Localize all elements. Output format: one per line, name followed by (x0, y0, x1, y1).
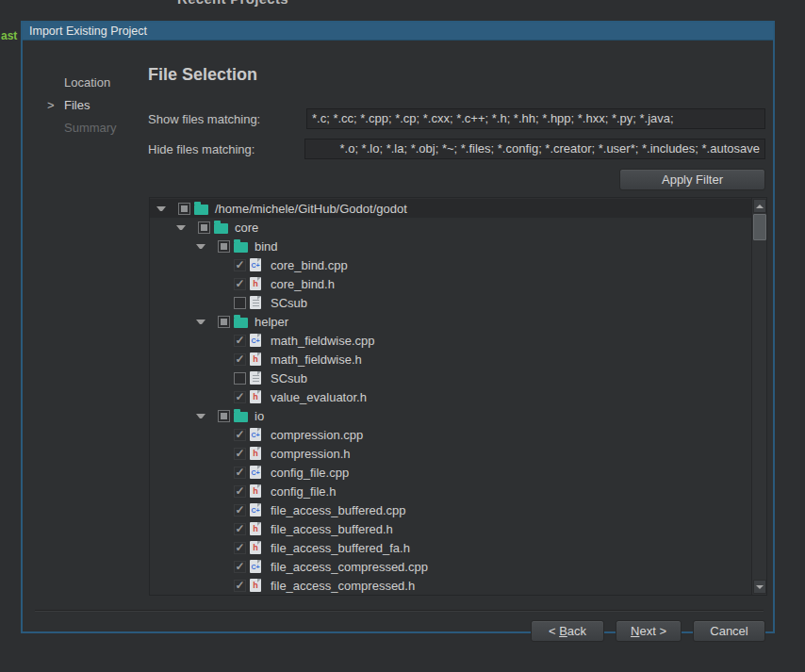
tree-row[interactable]: hcore_bind.h (150, 274, 751, 293)
tree-item-label: file_access_compressed.h (271, 579, 415, 593)
tree-row[interactable]: hconfig_file.h (150, 482, 751, 500)
apply-filter-label: Apply Filter (662, 172, 723, 187)
tree-row[interactable]: hcompression.h (150, 444, 751, 463)
tree-item-label: math_fieldwise.h (271, 352, 362, 367)
tree-item-label: file_access_buffered.cpp (271, 503, 406, 517)
expander-arrow-icon[interactable] (176, 225, 186, 230)
item-checkbox[interactable] (234, 353, 246, 366)
tree-row[interactable]: hvalue_evaluator.h (150, 387, 751, 406)
scroll-down-icon (756, 585, 764, 589)
item-checkbox[interactable] (234, 523, 246, 535)
folder-icon (234, 410, 249, 422)
tree-row[interactable]: C+core_bind.cpp (150, 255, 751, 274)
tree-row[interactable]: io (150, 406, 751, 425)
file-tree-rows: /home/michele/GitHub/Godot/godotcorebind… (150, 199, 751, 595)
show-files-input[interactable]: *.c; *.cc; *.cpp; *.cp; *.cxx; *.c++; *.… (306, 108, 765, 129)
show-files-label: Show files matching: (148, 112, 260, 126)
tree-item-label: helper (255, 315, 288, 329)
tree-row[interactable]: C+file_access_compressed.cpp (150, 557, 751, 576)
scrollbar-thumb[interactable] (753, 214, 766, 240)
item-checkbox[interactable] (178, 203, 190, 215)
tree-row[interactable]: SCsub (150, 369, 751, 387)
back-button[interactable]: < Back (531, 620, 604, 642)
page-title: File Selection (148, 65, 257, 85)
tree-row[interactable]: hmath_fieldwise.h (150, 350, 751, 369)
current-step-arrow-icon: > (47, 98, 55, 112)
recent-projects-heading: Recent Projects (177, 0, 288, 7)
item-checkbox[interactable] (234, 372, 246, 385)
tree-item-label: core_bind.cpp (271, 258, 348, 272)
apply-filter-button[interactable]: Apply Filter (619, 169, 765, 190)
tree-row[interactable]: C+config_file.cpp (150, 463, 751, 482)
tree-item-label: compression.h (271, 447, 351, 461)
import-existing-project-dialog: Import Existing Project Location > Files… (21, 21, 775, 633)
item-checkbox[interactable] (198, 221, 210, 234)
tree-scrollbar[interactable] (751, 198, 766, 595)
expander-arrow-icon[interactable] (196, 414, 205, 418)
sidebar-item-files[interactable]: Files (64, 98, 90, 112)
tree-item-label: io (255, 409, 264, 423)
header-file-icon: h (250, 484, 265, 498)
show-files-value: *.c; *.cc; *.cpp; *.cp; *.cxx; *.c++; *.… (312, 109, 674, 128)
item-checkbox[interactable] (234, 278, 246, 290)
tree-row[interactable]: hfile_access_compressed.h (150, 576, 751, 595)
cpp-file-icon: C+ (250, 503, 265, 516)
tree-item-label: file_access_buffered.h (271, 522, 393, 536)
tree-item-label: core (235, 221, 258, 235)
item-checkbox[interactable] (234, 391, 246, 403)
item-checkbox[interactable] (234, 467, 246, 479)
folder-icon (234, 316, 249, 328)
item-checkbox[interactable] (218, 240, 230, 253)
item-checkbox[interactable] (218, 316, 230, 328)
item-checkbox[interactable] (234, 561, 246, 573)
generic-file-icon (250, 296, 265, 309)
next-button-label: Next > (631, 624, 666, 638)
file-tree[interactable]: /home/michele/GitHub/Godot/godotcorebind… (149, 197, 767, 596)
item-checkbox[interactable] (234, 542, 246, 554)
back-button-label: < Back (549, 624, 586, 638)
tree-row[interactable]: C+file_access_buffered.cpp (150, 500, 751, 519)
hide-files-input[interactable]: *.o; *.lo; *.la; *.obj; *~; *.files; *.c… (304, 139, 765, 159)
item-checkbox[interactable] (218, 410, 230, 422)
item-checkbox[interactable] (234, 580, 246, 592)
tree-row[interactable]: core (150, 218, 751, 237)
item-checkbox[interactable] (234, 485, 246, 498)
item-checkbox[interactable] (234, 504, 246, 516)
header-file-icon: h (250, 541, 265, 554)
cpp-file-icon: C+ (250, 466, 265, 479)
scroll-down-button[interactable] (753, 580, 766, 594)
tree-item-label: core_bind.h (271, 277, 335, 291)
expander-arrow-icon[interactable] (196, 244, 205, 249)
tree-row[interactable]: C+math_fieldwise.cpp (150, 331, 751, 350)
footer-separator (35, 610, 764, 611)
tree-row[interactable]: C+compression.cpp (150, 425, 751, 444)
header-file-icon: h (250, 522, 265, 535)
header-file-icon: h (250, 390, 265, 403)
folder-icon (234, 240, 249, 253)
item-checkbox[interactable] (234, 259, 246, 271)
cancel-button[interactable]: Cancel (693, 620, 765, 642)
tree-row[interactable]: helper (150, 312, 751, 331)
hide-files-value: *.o; *.lo; *.la; *.obj; *~; *.files; *.c… (340, 139, 761, 158)
tree-row[interactable]: SCsub (150, 293, 751, 312)
dialog-titlebar[interactable]: Import Existing Project (23, 23, 773, 41)
item-checkbox[interactable] (234, 429, 246, 441)
scroll-up-button[interactable] (753, 199, 766, 213)
sidebar-item-location[interactable]: Location (64, 75, 110, 90)
tree-item-label: math_fieldwise.cpp (271, 334, 375, 348)
item-checkbox[interactable] (234, 297, 246, 309)
next-button[interactable]: Next > (616, 620, 682, 642)
tree-row[interactable]: /home/michele/GitHub/Godot/godot (150, 199, 751, 218)
tree-item-label: config_file.h (271, 484, 336, 499)
expander-arrow-icon[interactable] (156, 206, 166, 211)
item-checkbox[interactable] (234, 335, 246, 347)
folder-icon (214, 221, 229, 234)
tree-row[interactable]: hfile_access_buffered.h (150, 519, 751, 538)
tree-item-label: SCsub (271, 371, 307, 385)
expander-arrow-icon[interactable] (196, 320, 205, 324)
tree-row[interactable]: bind (150, 237, 751, 255)
dialog-title: Import Existing Project (29, 25, 147, 38)
scroll-up-icon (756, 205, 764, 208)
tree-row[interactable]: hfile_access_buffered_fa.h (150, 538, 751, 557)
item-checkbox[interactable] (234, 448, 246, 460)
